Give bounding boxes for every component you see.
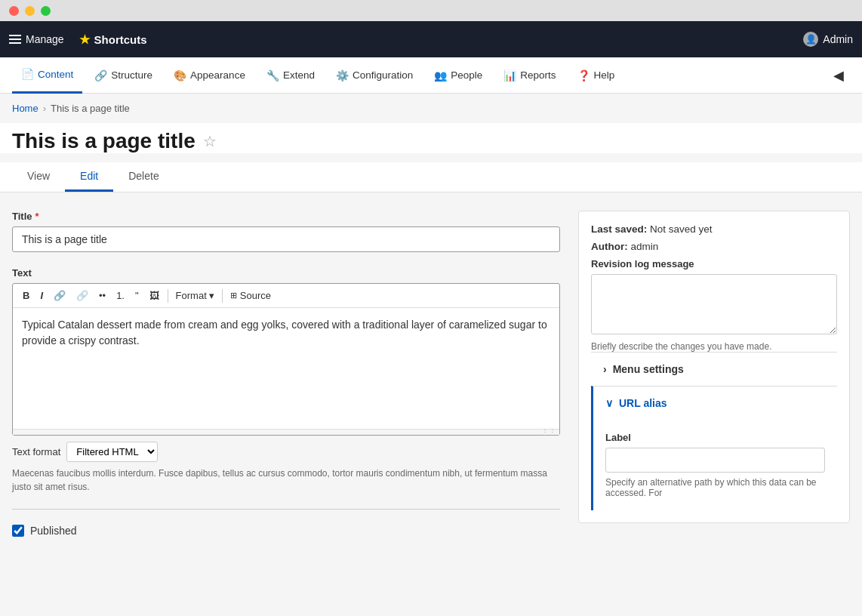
breadcrumb: Home › This is a page title <box>0 94 862 123</box>
published-label[interactable]: Published <box>30 525 77 537</box>
tab-edit[interactable]: Edit <box>65 162 113 192</box>
nav-item-content[interactable]: 📄 Content <box>12 57 82 94</box>
editor-wrapper: B I 🔗 🔗 •• 1. " 🖼 Format ▾ ⊞ <box>12 283 560 436</box>
form-left: Title * Text B I 🔗 🔗 •• 1. " 🖼 <box>12 211 560 537</box>
blockquote-button[interactable]: " <box>131 288 143 303</box>
nav-label-extend: Extend <box>283 69 315 81</box>
hamburger-icon <box>9 35 21 44</box>
nav-label-content: Content <box>38 69 73 80</box>
top-nav: Manage ★ Shortcuts 👤 Admin <box>0 21 862 57</box>
link-button[interactable]: 🔗 <box>50 288 69 303</box>
sidebar-card-body: Last saved: Not saved yet Author: admin … <box>579 211 849 522</box>
revision-log-label: Revision log message <box>591 258 837 270</box>
extend-icon: 🔧 <box>266 69 279 82</box>
nav-item-appearance[interactable]: 🎨 Appearance <box>165 57 254 94</box>
nav-label-appearance: Appearance <box>190 69 245 81</box>
resize-icon: ⋮⋮ <box>541 428 556 436</box>
tab-delete[interactable]: Delete <box>113 162 174 192</box>
editor-toolbar: B I 🔗 🔗 •• 1. " 🖼 Format ▾ ⊞ <box>13 284 559 308</box>
nav-label-structure: Structure <box>111 69 152 81</box>
revision-desc: Briefly describe the changes you have ma… <box>591 341 837 352</box>
format-chevron-icon: ▾ <box>209 290 214 301</box>
source-button[interactable]: ⊞ Source <box>227 288 274 303</box>
bullet-list-button[interactable]: •• <box>95 288 109 303</box>
sidebar-card: Last saved: Not saved yet Author: admin … <box>578 211 850 523</box>
admin-button[interactable]: 👤 Admin <box>803 32 853 47</box>
help-icon: ❓ <box>577 69 590 82</box>
close-button[interactable] <box>9 6 19 16</box>
label-field-label: Label <box>605 432 825 443</box>
window-titlebar <box>0 0 862 21</box>
last-saved-row: Last saved: Not saved yet <box>591 223 837 235</box>
menu-settings-header[interactable]: › Menu settings <box>591 353 837 386</box>
maximize-button[interactable] <box>41 6 51 16</box>
people-icon: 👥 <box>434 69 447 82</box>
label-field-desc: Specify an alternative path by which thi… <box>605 477 825 498</box>
reports-icon: 📊 <box>503 69 516 82</box>
nav-label-people: People <box>451 69 482 81</box>
format-dropdown[interactable]: Format ▾ <box>173 288 217 303</box>
sidebar: Last saved: Not saved yet Author: admin … <box>578 211 850 537</box>
published-row: Published <box>12 525 560 537</box>
title-label: Title * <box>12 211 560 222</box>
shortcuts-label: Shortcuts <box>94 33 147 46</box>
url-alias-section: ∨ URL alias Label Specify an alternative… <box>591 386 837 510</box>
star-icon: ★ <box>79 32 90 47</box>
nav-label-reports: Reports <box>520 69 556 81</box>
title-input[interactable] <box>12 226 560 252</box>
nav-item-help[interactable]: ❓ Help <box>568 57 624 94</box>
menu-settings-label: Menu settings <box>613 363 684 375</box>
nav-item-people[interactable]: 👥 People <box>425 57 491 94</box>
nav-item-extend[interactable]: 🔧 Extend <box>257 57 324 94</box>
label-field-input[interactable] <box>605 448 825 473</box>
format-label: Format <box>176 290 207 301</box>
manage-label: Manage <box>26 33 64 45</box>
page-title-area: This is a page title ☆ <box>0 123 862 153</box>
shortcuts-button[interactable]: ★ Shortcuts <box>79 32 147 47</box>
form-divider <box>12 509 560 510</box>
page-title: This is a page title <box>12 129 195 153</box>
revision-log-textarea[interactable] <box>591 274 837 334</box>
minimize-button[interactable] <box>25 6 35 16</box>
source-label: Source <box>240 290 271 301</box>
url-alias-body: Label Specify an alternative path by whi… <box>593 420 837 510</box>
text-format-select[interactable]: Filtered HTML Full HTML Plain text <box>66 442 158 462</box>
nav-label-help: Help <box>594 69 615 81</box>
editor-body[interactable]: Typical Catalan dessert made from cream … <box>13 308 559 429</box>
tab-view[interactable]: View <box>12 162 65 192</box>
title-field-group: Title * <box>12 211 560 252</box>
url-alias-header[interactable]: ∨ URL alias <box>593 387 837 420</box>
italic-button[interactable]: I <box>36 288 47 303</box>
manage-button[interactable]: Manage <box>9 33 64 45</box>
text-format-row: Text format Filtered HTML Full HTML Plai… <box>12 442 560 462</box>
nav-item-configuration[interactable]: ⚙️ Configuration <box>327 57 422 94</box>
published-checkbox[interactable] <box>12 525 24 537</box>
author-value: admin <box>631 241 659 252</box>
secondary-nav: 📄 Content 🔗 Structure 🎨 Appearance 🔧 Ext… <box>0 57 862 94</box>
content-icon: 📄 <box>21 68 34 80</box>
breadcrumb-current: This is a page title <box>51 103 130 114</box>
breadcrumb-home[interactable]: Home <box>12 103 38 114</box>
menu-settings-section: › Menu settings <box>591 352 837 386</box>
unlink-button[interactable]: 🔗 <box>72 288 92 303</box>
bold-button[interactable]: B <box>19 288 33 303</box>
toolbar-separator <box>168 289 168 303</box>
editor-content: Typical Catalan dessert made from cream … <box>22 319 547 346</box>
nav-item-structure[interactable]: 🔗 Structure <box>85 57 162 94</box>
editor-resize-handle[interactable]: ⋮⋮ <box>13 429 559 435</box>
chevron-down-icon: ∨ <box>605 397 613 409</box>
nav-label-configuration: Configuration <box>352 69 413 81</box>
tabs-container: View Edit Delete <box>0 162 862 192</box>
author-row: Author: admin <box>591 241 837 252</box>
collapse-nav-button[interactable]: ◀ <box>827 64 850 87</box>
url-alias-label: URL alias <box>619 397 667 409</box>
appearance-icon: 🎨 <box>174 69 186 82</box>
configuration-icon: ⚙️ <box>336 69 349 82</box>
image-button[interactable]: 🖼 <box>146 288 163 303</box>
field-description: Maecenas faucibus mollis interdum. Fusce… <box>12 467 560 494</box>
author-label: Author: <box>591 241 628 252</box>
nav-item-reports[interactable]: 📊 Reports <box>494 57 565 94</box>
favorite-icon[interactable]: ☆ <box>203 132 217 150</box>
number-list-button[interactable]: 1. <box>112 288 128 303</box>
source-icon: ⊞ <box>230 291 237 300</box>
